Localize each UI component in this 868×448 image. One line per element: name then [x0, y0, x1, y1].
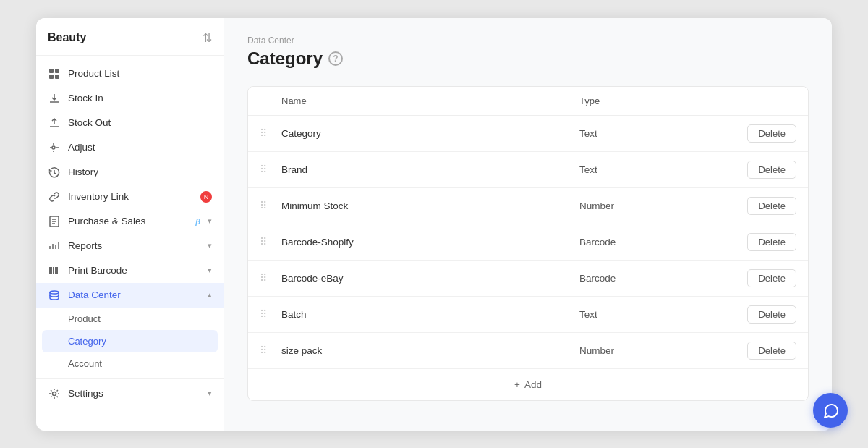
sidebar-item-adjust[interactable]: Adjust — [36, 135, 224, 160]
sidebar-item-label: Data Center — [68, 289, 200, 300]
sidebar-item-label: Inventory Link — [68, 191, 193, 202]
sidebar-item-label: Stock In — [68, 93, 212, 103]
sidebar-sub-account[interactable]: Account — [36, 352, 224, 375]
chevron-down-icon: ▾ — [208, 241, 212, 250]
svg-rect-8 — [53, 267, 54, 274]
chevron-down-icon: ▾ — [208, 389, 212, 398]
sub-item-label: Account — [68, 358, 102, 369]
history-icon — [48, 166, 61, 178]
svg-rect-1 — [55, 69, 59, 73]
header-drag — [260, 96, 281, 106]
drag-handle-icon[interactable]: ⠿ — [260, 164, 281, 175]
row-name: Minimum Stock — [281, 200, 579, 211]
svg-rect-0 — [49, 69, 54, 73]
row-name: size pack — [281, 345, 579, 356]
data-table: Name Type ⠿ Category Text Delete ⠿ Brand… — [247, 86, 809, 401]
table-row: ⠿ size pack Number Delete — [248, 333, 808, 369]
svg-rect-7 — [51, 267, 52, 274]
main-content: ‹ Data Center Category ? Name Type ⠿ Cat… — [224, 18, 832, 431]
row-type: Text — [579, 164, 724, 175]
sidebar-item-settings[interactable]: Settings ▾ — [36, 381, 224, 406]
sidebar-nav: Product List Stock In Stock Out — [36, 56, 224, 431]
database-icon — [48, 289, 61, 301]
sidebar-item-label: Purchase & Sales — [68, 216, 188, 227]
row-type: Text — [579, 128, 724, 139]
sidebar-item-label: Print Barcode — [68, 265, 200, 276]
svg-rect-2 — [49, 75, 54, 79]
delete-button[interactable]: Delete — [747, 269, 796, 287]
sidebar-item-data-center[interactable]: Data Center ▴ — [36, 283, 224, 308]
barcode-icon — [48, 265, 61, 276]
chart-icon — [48, 240, 61, 252]
svg-rect-9 — [55, 267, 56, 274]
row-name: Batch — [281, 309, 579, 320]
download-icon — [48, 93, 61, 104]
sidebar-item-label: Settings — [68, 388, 200, 399]
svg-point-13 — [53, 392, 56, 395]
row-name: Category — [281, 128, 579, 139]
sidebar-item-reports[interactable]: Reports ▾ — [36, 234, 224, 258]
svg-rect-3 — [55, 75, 59, 79]
drag-handle-icon[interactable]: ⠿ — [260, 236, 281, 248]
sidebar-item-print-barcode[interactable]: Print Barcode ▾ — [36, 258, 224, 283]
delete-button[interactable]: Delete — [747, 161, 796, 179]
row-type: Text — [579, 309, 724, 320]
delete-button[interactable]: Delete — [747, 233, 796, 251]
table-header: Name Type — [248, 87, 808, 116]
delete-button[interactable]: Delete — [747, 197, 796, 215]
sidebar-item-label: Reports — [68, 240, 200, 251]
row-name: Barcode-eBay — [281, 273, 579, 284]
sidebar-item-purchase-sales[interactable]: Purchase & Sales β ▾ — [36, 209, 224, 234]
chat-icon — [822, 402, 838, 418]
table-row: ⠿ Batch Text Delete — [248, 297, 808, 333]
table-row: ⠿ Brand Text Delete — [248, 152, 808, 188]
gear-icon — [48, 388, 61, 400]
breadcrumb: Data Center — [247, 35, 809, 46]
drag-handle-icon[interactable]: ⠿ — [260, 345, 281, 356]
sidebar-item-stock-out[interactable]: Stock Out — [36, 111, 224, 135]
drag-handle-icon[interactable]: ⠿ — [260, 272, 281, 284]
row-type: Number — [579, 200, 724, 211]
delete-button[interactable]: Delete — [747, 342, 796, 360]
table-row: ⠿ Minimum Stock Number Delete — [248, 188, 808, 224]
page-title: Category — [247, 48, 323, 69]
row-name: Barcode-Shopify — [281, 237, 579, 248]
row-name: Brand — [281, 164, 579, 175]
sidebar: Beauty ⇅ Product List Stock In — [36, 18, 224, 431]
drag-handle-icon[interactable]: ⠿ — [260, 308, 281, 320]
sidebar-item-stock-in[interactable]: Stock In — [36, 86, 224, 111]
table-row: ⠿ Category Text Delete — [248, 116, 808, 152]
help-icon[interactable]: ? — [328, 51, 343, 66]
add-row-button[interactable]: + Add — [248, 369, 808, 400]
upload-icon — [48, 117, 61, 129]
receipt-icon — [48, 216, 61, 227]
sort-icon[interactable]: ⇅ — [203, 31, 212, 45]
add-label: Add — [524, 379, 542, 390]
sidebar-item-history[interactable]: History — [36, 160, 224, 185]
grid-icon — [48, 68, 61, 80]
sidebar-sub-product[interactable]: Product — [36, 308, 224, 330]
svg-rect-11 — [59, 267, 59, 274]
sidebar-sub-category[interactable]: Category — [42, 330, 218, 352]
sidebar-item-inventory-link[interactable]: Inventory Link N — [36, 185, 224, 209]
adjust-icon — [48, 142, 61, 153]
sidebar-item-label: Product List — [68, 68, 212, 79]
plus-icon: + — [514, 379, 520, 390]
chevron-down-icon: ▾ — [208, 266, 212, 275]
drag-handle-icon[interactable]: ⠿ — [260, 200, 281, 211]
header-name: Name — [281, 96, 579, 106]
delete-button[interactable]: Delete — [747, 305, 796, 324]
sidebar-item-product-list[interactable]: Product List — [36, 62, 224, 86]
delete-button[interactable]: Delete — [747, 124, 796, 143]
app-title: Beauty — [48, 31, 86, 44]
drag-handle-icon[interactable]: ⠿ — [260, 127, 281, 139]
table-row: ⠿ Barcode-Shopify Barcode Delete — [248, 224, 808, 261]
svg-point-4 — [52, 146, 55, 149]
row-type: Barcode — [579, 237, 724, 248]
sub-item-label: Product — [68, 313, 101, 324]
header-action — [724, 96, 796, 106]
chat-button[interactable] — [813, 393, 848, 428]
sidebar-item-label: Adjust — [68, 142, 212, 153]
beta-badge: β — [195, 217, 200, 226]
table-row: ⠿ Barcode-eBay Barcode Delete — [248, 261, 808, 297]
